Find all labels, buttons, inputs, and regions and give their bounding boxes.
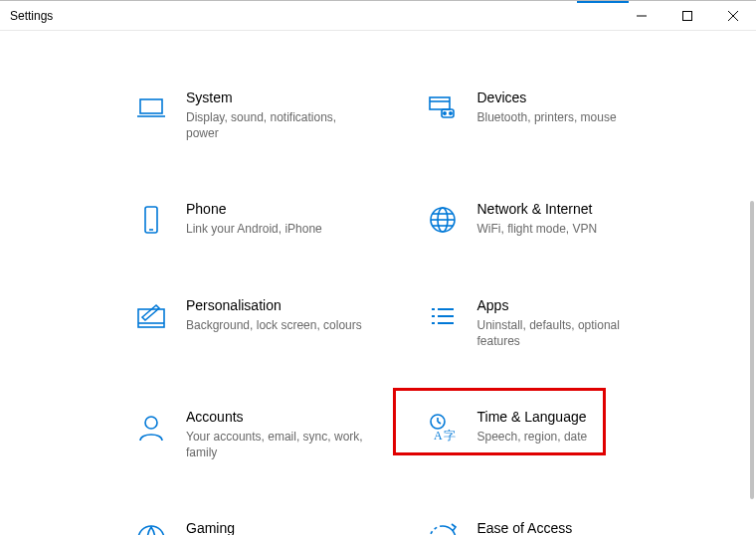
svg-line-29 (438, 422, 441, 424)
svg-rect-11 (145, 207, 157, 233)
time-language-icon: A 字 (426, 411, 460, 445)
svg-point-10 (449, 112, 451, 114)
category-phone[interactable]: Phone Link your Android, iPhone (134, 201, 426, 237)
scroll-area[interactable]: System Display, sound, notifications, po… (0, 32, 756, 535)
svg-text:字: 字 (444, 429, 456, 443)
category-title: Network & Internet (477, 201, 598, 217)
category-title: Ease of Access (477, 520, 573, 535)
svg-point-9 (443, 112, 445, 114)
category-devices[interactable]: Devices Bluetooth, printers, mouse (426, 89, 717, 141)
close-button[interactable] (710, 1, 756, 31)
category-desc: Background, lock screen, colours (186, 317, 362, 333)
phone-icon (134, 203, 168, 237)
paintbrush-icon (134, 299, 168, 333)
category-title: Gaming (186, 520, 235, 535)
gaming-icon (134, 522, 168, 535)
accent-strip (577, 0, 629, 3)
devices-icon (426, 91, 460, 125)
category-title: Personalisation (186, 297, 362, 313)
laptop-icon (134, 91, 168, 125)
category-network[interactable]: Network & Internet WiFi, flight mode, VP… (426, 201, 717, 237)
window-controls (619, 1, 756, 31)
list-icon (426, 299, 460, 333)
category-desc: WiFi, flight mode, VPN (477, 221, 598, 237)
category-system[interactable]: System Display, sound, notifications, po… (134, 89, 426, 141)
category-time-language[interactable]: A 字 Time & Language Speech, region, date (426, 409, 717, 460)
category-title: Time & Language (477, 409, 588, 425)
category-title: Phone (186, 201, 322, 217)
ease-of-access-icon (426, 522, 460, 535)
category-desc: Uninstall, defaults, optional features (477, 317, 657, 349)
svg-rect-6 (430, 97, 450, 109)
category-personalisation[interactable]: Personalisation Background, lock screen,… (134, 297, 426, 349)
svg-text:A: A (434, 429, 443, 443)
category-gaming[interactable]: Gaming (134, 520, 426, 535)
maximize-button[interactable] (664, 1, 710, 31)
category-desc: Link your Android, iPhone (186, 221, 322, 237)
category-desc: Bluetooth, printers, mouse (477, 109, 617, 125)
category-ease-of-access[interactable]: Ease of Access (426, 520, 717, 535)
category-title: Apps (477, 297, 657, 313)
category-title: Devices (477, 89, 617, 105)
minimize-button[interactable] (619, 1, 664, 31)
category-apps[interactable]: Apps Uninstall, defaults, optional featu… (426, 297, 717, 349)
svg-point-26 (145, 417, 157, 429)
category-title: Accounts (186, 409, 365, 425)
category-desc: Speech, region, date (477, 429, 588, 445)
person-icon (134, 411, 168, 445)
category-accounts[interactable]: Accounts Your accounts, email, sync, wor… (134, 409, 426, 460)
categories-grid: System Display, sound, notifications, po… (0, 32, 756, 535)
category-desc: Display, sound, notifications, power (186, 109, 365, 141)
window-title: Settings (10, 9, 53, 23)
content-area: System Display, sound, notifications, po… (0, 32, 756, 535)
titlebar: Settings (0, 1, 756, 31)
vertical-scrollbar[interactable] (750, 201, 754, 499)
category-title: System (186, 89, 365, 105)
globe-icon (426, 203, 460, 237)
category-desc: Your accounts, email, sync, work, family (186, 429, 365, 460)
svg-rect-1 (683, 11, 692, 20)
svg-rect-4 (140, 99, 162, 113)
